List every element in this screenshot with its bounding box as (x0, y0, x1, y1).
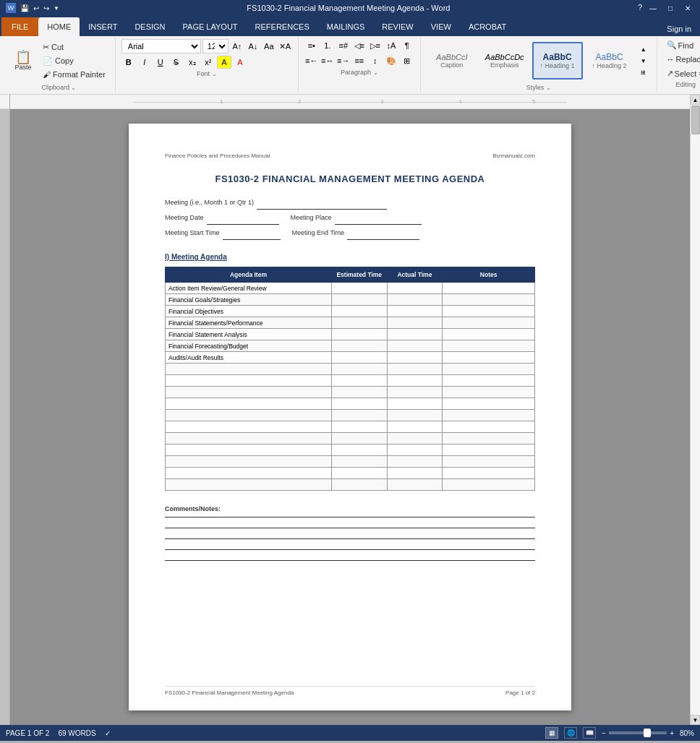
font-name-select[interactable]: Arial (121, 39, 201, 53)
comment-line-1[interactable] (165, 517, 535, 517)
scroll-track[interactable] (691, 105, 700, 715)
increase-indent-button[interactable]: ▷≡ (368, 39, 383, 52)
estimated-time-cell[interactable] (331, 352, 387, 364)
notes-cell[interactable] (443, 421, 535, 433)
strikethrough-button[interactable]: S̶ (169, 56, 184, 69)
estimated-time-cell[interactable] (331, 283, 387, 294)
actual-time-cell[interactable] (387, 294, 443, 306)
notes-cell[interactable] (443, 352, 535, 364)
tab-mailings[interactable]: MAILINGS (318, 17, 374, 36)
estimated-time-cell[interactable] (331, 340, 387, 352)
actual-time-cell[interactable] (387, 306, 443, 317)
estimated-time-cell[interactable] (331, 329, 387, 340)
styles-expand-btn[interactable]: ⌄ (546, 85, 551, 91)
font-expand[interactable]: ⌄ (212, 71, 217, 77)
comment-line-4[interactable] (165, 549, 535, 550)
decrease-indent-button[interactable]: ◁≡ (352, 39, 367, 52)
bullets-button[interactable]: ≡• (304, 39, 319, 52)
notes-cell[interactable] (443, 468, 535, 479)
comment-line-2[interactable] (165, 528, 535, 528)
print-layout-btn[interactable]: ▦ (545, 727, 558, 739)
zoom-minus[interactable]: − (602, 729, 606, 737)
estimated-time-cell[interactable] (331, 387, 387, 398)
underline-button[interactable]: U (153, 56, 168, 69)
styles-scroll-down[interactable]: ▼ (636, 55, 651, 66)
estimated-time-cell[interactable] (331, 364, 387, 375)
actual-time-cell[interactable] (387, 444, 443, 456)
notes-cell[interactable] (443, 283, 535, 294)
estimated-time-cell[interactable] (331, 410, 387, 421)
actual-time-cell[interactable] (387, 283, 443, 294)
notes-cell[interactable] (443, 375, 535, 387)
web-layout-btn[interactable]: 🌐 (564, 727, 577, 739)
replace-button[interactable]: ↔ Replace (663, 53, 700, 65)
tab-page-layout[interactable]: PAGE LAYOUT (174, 17, 247, 36)
estimated-time-cell[interactable] (331, 375, 387, 387)
notes-cell[interactable] (443, 329, 535, 340)
estimated-time-cell[interactable] (331, 294, 387, 306)
actual-time-cell[interactable] (387, 340, 443, 352)
copy-button[interactable]: 📄 Copy (39, 55, 109, 67)
actual-time-cell[interactable] (387, 468, 443, 479)
meeting-end-field[interactable] (347, 226, 419, 240)
quick-access-undo[interactable]: ↩ (33, 4, 39, 12)
notes-cell[interactable] (443, 317, 535, 329)
help-button[interactable]: ? (638, 3, 642, 13)
find-button[interactable]: 🔍 Find (663, 39, 700, 51)
close-button[interactable]: ✕ (681, 3, 694, 13)
align-left-button[interactable]: ≡← (304, 54, 319, 67)
document-area[interactable]: Finance Policies and Procedures Manual B… (10, 109, 690, 725)
estimated-time-cell[interactable] (331, 468, 387, 479)
estimated-time-cell[interactable] (331, 479, 387, 491)
notes-cell[interactable] (443, 456, 535, 468)
notes-cell[interactable] (443, 387, 535, 398)
notes-cell[interactable] (443, 306, 535, 317)
style-heading2[interactable]: AaBbC ↑ Heading 2 (584, 42, 635, 80)
zoom-plus[interactable]: + (670, 729, 674, 737)
shading-button[interactable]: 🎨 (384, 54, 398, 67)
sign-in-link[interactable]: Sign in (658, 22, 700, 36)
meeting-place-field[interactable] (335, 211, 422, 225)
clear-format-button[interactable]: ✕A (278, 40, 292, 53)
read-mode-btn[interactable]: 📖 (583, 727, 596, 739)
estimated-time-cell[interactable] (331, 421, 387, 433)
zoom-thumb[interactable] (644, 729, 651, 737)
meeting-date-field[interactable] (207, 211, 279, 225)
estimated-time-cell[interactable] (331, 398, 387, 410)
notes-cell[interactable] (443, 398, 535, 410)
notes-cell[interactable] (443, 410, 535, 421)
restore-button[interactable]: □ (664, 3, 677, 13)
paste-button[interactable]: 📋 Paste (9, 48, 38, 73)
tab-view[interactable]: VIEW (422, 17, 460, 36)
notes-cell[interactable] (443, 340, 535, 352)
quick-access-customize[interactable]: ▼ (54, 5, 59, 12)
style-caption[interactable]: AaBbCcI Caption (427, 42, 477, 80)
styles-expand[interactable]: ⊞ (636, 66, 651, 78)
numbering-button[interactable]: 1. (320, 39, 335, 52)
estimated-time-cell[interactable] (331, 456, 387, 468)
actual-time-cell[interactable] (387, 329, 443, 340)
style-emphasis[interactable]: AaBbCcDc Emphasis (479, 42, 531, 80)
bold-button[interactable]: B (121, 56, 136, 69)
styles-scroll-up[interactable]: ▲ (636, 43, 651, 55)
estimated-time-cell[interactable] (331, 444, 387, 456)
actual-time-cell[interactable] (387, 375, 443, 387)
actual-time-cell[interactable] (387, 410, 443, 421)
scroll-up-arrow[interactable]: ▲ (691, 95, 700, 105)
zoom-bar[interactable] (609, 731, 667, 734)
right-scrollbar[interactable]: ▲ ▼ (690, 95, 700, 725)
scroll-thumb[interactable] (691, 106, 700, 134)
tab-review[interactable]: REVIEW (373, 17, 422, 36)
comment-line-3[interactable] (165, 538, 535, 539)
actual-time-cell[interactable] (387, 352, 443, 364)
highlight-button[interactable]: A (217, 56, 231, 69)
font-color-button[interactable]: A (233, 56, 247, 69)
justify-button[interactable]: ≡≡ (352, 54, 367, 67)
multilevel-button[interactable]: ≡# (336, 39, 351, 52)
subscript-button[interactable]: x₂ (185, 56, 200, 69)
actual-time-cell[interactable] (387, 387, 443, 398)
format-painter-button[interactable]: 🖌 Format Painter (39, 69, 109, 80)
tab-acrobat[interactable]: ACROBAT (460, 17, 515, 36)
tab-design[interactable]: DESIGN (126, 17, 174, 36)
style-heading1[interactable]: AaBbC ↑ Heading 1 (532, 42, 583, 80)
